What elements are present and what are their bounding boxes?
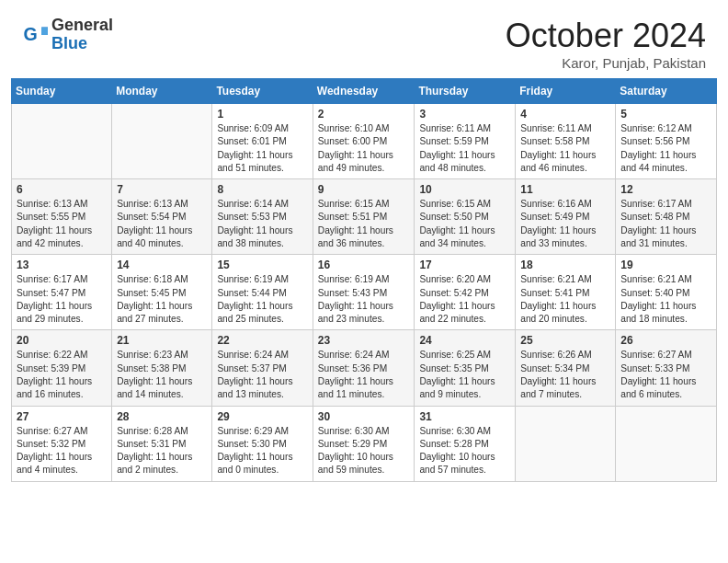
day-info: Sunrise: 6:12 AMSunset: 5:56 PMDaylight:… (620, 122, 711, 175)
logo-blue: Blue (51, 35, 113, 53)
day-info: Sunrise: 6:30 AMSunset: 5:28 PMDaylight:… (419, 425, 510, 477)
day-number: 26 (620, 334, 711, 347)
day-info: Sunrise: 6:13 AMSunset: 5:55 PMDaylight:… (17, 198, 107, 250)
title-block: October 2024 Karor, Punjab, Pakistan (506, 17, 706, 71)
days-of-week-row: SundayMondayTuesdayWednesdayThursdayFrid… (12, 79, 717, 104)
calendar-wrapper: SundayMondayTuesdayWednesdayThursdayFrid… (0, 78, 728, 493)
calendar-cell: 27Sunrise: 6:27 AMSunset: 5:32 PMDayligh… (12, 406, 112, 481)
day-info: Sunrise: 6:16 AMSunset: 5:49 PMDaylight:… (520, 198, 610, 250)
calendar-cell: 24Sunrise: 6:25 AMSunset: 5:35 PMDayligh… (415, 330, 516, 406)
day-info: Sunrise: 6:17 AMSunset: 5:47 PMDaylight:… (17, 273, 107, 326)
day-number: 12 (620, 183, 711, 196)
day-info: Sunrise: 6:19 AMSunset: 5:43 PMDaylight:… (318, 273, 410, 326)
day-number: 13 (17, 259, 107, 271)
day-info: Sunrise: 6:21 AMSunset: 5:40 PMDaylight:… (620, 273, 711, 326)
calendar-header: SundayMondayTuesdayWednesdayThursdayFrid… (12, 79, 717, 104)
calendar-cell: 31Sunrise: 6:30 AMSunset: 5:28 PMDayligh… (415, 406, 516, 481)
calendar-cell: 4Sunrise: 6:11 AMSunset: 5:58 PMDaylight… (516, 104, 616, 179)
calendar-cell: 15Sunrise: 6:19 AMSunset: 5:44 PMDayligh… (212, 255, 313, 330)
calendar-cell: 2Sunrise: 6:10 AMSunset: 6:00 PMDaylight… (313, 104, 415, 179)
logo: G General Blue (22, 17, 113, 53)
day-number: 17 (419, 259, 510, 271)
day-number: 20 (17, 334, 107, 347)
week-row-2: 6Sunrise: 6:13 AMSunset: 5:55 PMDaylight… (12, 179, 717, 255)
day-info: Sunrise: 6:18 AMSunset: 5:45 PMDaylight:… (117, 273, 207, 326)
week-row-3: 13Sunrise: 6:17 AMSunset: 5:47 PMDayligh… (12, 255, 717, 330)
svg-text:G: G (23, 23, 37, 43)
month-title: October 2024 (506, 17, 706, 55)
day-number: 1 (217, 108, 307, 121)
day-info: Sunrise: 6:13 AMSunset: 5:54 PMDaylight:… (117, 198, 207, 250)
day-info: Sunrise: 6:27 AMSunset: 5:32 PMDaylight:… (17, 425, 107, 477)
day-number: 30 (318, 410, 410, 423)
page-header: G General Blue October 2024 Karor, Punja… (0, 0, 728, 78)
day-number: 31 (419, 410, 510, 423)
day-header-wednesday: Wednesday (313, 79, 415, 104)
day-info: Sunrise: 6:28 AMSunset: 5:31 PMDaylight:… (117, 425, 207, 477)
day-info: Sunrise: 6:10 AMSunset: 6:00 PMDaylight:… (318, 122, 410, 175)
day-info: Sunrise: 6:21 AMSunset: 5:41 PMDaylight:… (520, 273, 610, 326)
day-number: 25 (520, 334, 610, 347)
day-header-sunday: Sunday (12, 79, 112, 104)
day-number: 18 (520, 259, 610, 271)
day-number: 7 (117, 183, 207, 196)
day-number: 22 (217, 334, 307, 347)
day-number: 4 (520, 108, 610, 121)
calendar-cell: 3Sunrise: 6:11 AMSunset: 5:59 PMDaylight… (415, 104, 516, 179)
day-number: 11 (520, 183, 610, 196)
calendar-cell: 26Sunrise: 6:27 AMSunset: 5:33 PMDayligh… (616, 330, 717, 406)
calendar-cell: 12Sunrise: 6:17 AMSunset: 5:48 PMDayligh… (616, 179, 717, 255)
day-header-friday: Friday (516, 79, 616, 104)
day-info: Sunrise: 6:30 AMSunset: 5:29 PMDaylight:… (318, 425, 410, 477)
day-number: 2 (318, 108, 410, 121)
day-header-thursday: Thursday (415, 79, 516, 104)
day-header-saturday: Saturday (616, 79, 717, 104)
day-info: Sunrise: 6:27 AMSunset: 5:33 PMDaylight:… (620, 349, 711, 401)
calendar-table: SundayMondayTuesdayWednesdayThursdayFrid… (11, 78, 717, 482)
day-number: 24 (419, 334, 510, 347)
day-number: 9 (318, 183, 410, 196)
calendar-cell: 5Sunrise: 6:12 AMSunset: 5:56 PMDaylight… (616, 104, 717, 179)
day-number: 27 (17, 410, 107, 423)
calendar-cell: 8Sunrise: 6:14 AMSunset: 5:53 PMDaylight… (212, 179, 313, 255)
calendar-cell (616, 406, 717, 481)
calendar-cell (516, 406, 616, 481)
day-number: 14 (117, 259, 207, 271)
day-info: Sunrise: 6:15 AMSunset: 5:50 PMDaylight:… (419, 198, 510, 250)
logo-text: General Blue (51, 17, 113, 53)
calendar-cell: 28Sunrise: 6:28 AMSunset: 5:31 PMDayligh… (112, 406, 212, 481)
day-info: Sunrise: 6:24 AMSunset: 5:37 PMDaylight:… (217, 349, 307, 401)
day-number: 8 (217, 183, 307, 196)
day-info: Sunrise: 6:11 AMSunset: 5:59 PMDaylight:… (419, 122, 510, 175)
day-info: Sunrise: 6:29 AMSunset: 5:30 PMDaylight:… (217, 425, 307, 477)
day-header-tuesday: Tuesday (212, 79, 313, 104)
calendar-cell: 25Sunrise: 6:26 AMSunset: 5:34 PMDayligh… (516, 330, 616, 406)
day-info: Sunrise: 6:19 AMSunset: 5:44 PMDaylight:… (217, 273, 307, 326)
calendar-cell: 6Sunrise: 6:13 AMSunset: 5:55 PMDaylight… (12, 179, 112, 255)
calendar-cell: 18Sunrise: 6:21 AMSunset: 5:41 PMDayligh… (516, 255, 616, 330)
logo-general: General (51, 17, 113, 35)
day-info: Sunrise: 6:25 AMSunset: 5:35 PMDaylight:… (419, 349, 510, 401)
calendar-cell: 22Sunrise: 6:24 AMSunset: 5:37 PMDayligh… (212, 330, 313, 406)
calendar-cell: 9Sunrise: 6:15 AMSunset: 5:51 PMDaylight… (313, 179, 415, 255)
calendar-cell: 1Sunrise: 6:09 AMSunset: 6:01 PMDaylight… (212, 104, 313, 179)
day-number: 5 (620, 108, 711, 121)
calendar-body: 1Sunrise: 6:09 AMSunset: 6:01 PMDaylight… (12, 104, 717, 482)
calendar-cell: 17Sunrise: 6:20 AMSunset: 5:42 PMDayligh… (415, 255, 516, 330)
day-info: Sunrise: 6:23 AMSunset: 5:38 PMDaylight:… (117, 349, 207, 401)
day-number: 28 (117, 410, 207, 423)
day-info: Sunrise: 6:11 AMSunset: 5:58 PMDaylight:… (520, 122, 610, 175)
svg-marker-2 (41, 27, 48, 34)
calendar-cell: 7Sunrise: 6:13 AMSunset: 5:54 PMDaylight… (112, 179, 212, 255)
day-number: 19 (620, 259, 711, 271)
day-info: Sunrise: 6:17 AMSunset: 5:48 PMDaylight:… (620, 198, 711, 250)
week-row-5: 27Sunrise: 6:27 AMSunset: 5:32 PMDayligh… (12, 406, 717, 481)
calendar-cell (112, 104, 212, 179)
calendar-cell: 29Sunrise: 6:29 AMSunset: 5:30 PMDayligh… (212, 406, 313, 481)
calendar-cell: 10Sunrise: 6:15 AMSunset: 5:50 PMDayligh… (415, 179, 516, 255)
calendar-cell: 11Sunrise: 6:16 AMSunset: 5:49 PMDayligh… (516, 179, 616, 255)
day-number: 15 (217, 259, 307, 271)
day-info: Sunrise: 6:15 AMSunset: 5:51 PMDaylight:… (318, 198, 410, 250)
week-row-4: 20Sunrise: 6:22 AMSunset: 5:39 PMDayligh… (12, 330, 717, 406)
week-row-1: 1Sunrise: 6:09 AMSunset: 6:01 PMDaylight… (12, 104, 717, 179)
